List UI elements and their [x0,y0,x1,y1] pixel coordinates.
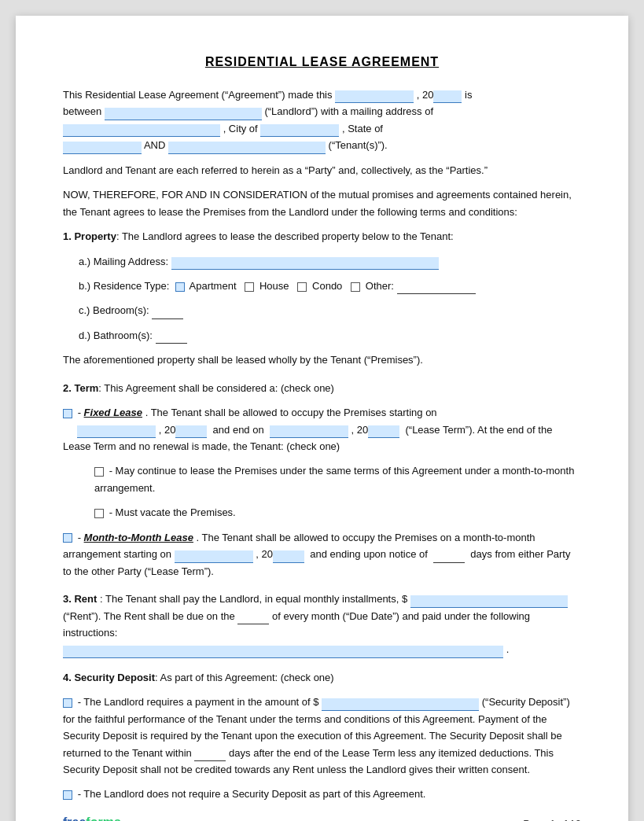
section3-text1: : The Tenant shall pay the Landlord, in … [100,593,407,605]
month-lease-label: Month-to-Month Lease [84,532,193,543]
footer-page-number: Page 1 of 10 [523,818,581,821]
mailing-address-field[interactable] [171,257,439,270]
section3-heading: 3. Rent [63,593,97,605]
consideration-text: NOW, THEREFORE, FOR AND IN CONSIDERATION… [63,186,581,220]
section4-heading-line: 4. Security Deposit: As part of this Agr… [63,669,581,686]
city-field[interactable] [260,124,339,137]
section1-closing: The aforementioned property shall be lea… [63,352,581,368]
intro-line1-mid: , 20 [417,89,434,101]
month-start-date-field[interactable] [175,550,253,563]
month-date-post: and ending upon notice of [310,548,428,560]
document-title: RESIDENTIAL LEASE AGREEMENT [63,55,581,69]
section-2-term: 2. Term: This Agreement shall be conside… [63,380,581,580]
intro-line1-pre: This Residential Lease Agreement (“Agree… [63,89,333,101]
document-footer: freeforms Page 1 of 10 [63,815,581,821]
intro-paragraph: This Residential Lease Agreement (“Agree… [63,87,581,154]
month-checkbox[interactable] [63,533,72,543]
landlord-name-field[interactable] [105,108,262,120]
intro-line3-city: , City of [223,123,258,134]
security-deposit-required-checkbox[interactable] [63,698,72,708]
intro-line4-post: (“Tenant(s)”). [329,139,388,151]
parties-text: Landlord and Tenant are each referred to… [63,162,581,179]
section1-heading: 1. Property [63,230,116,242]
other-checkbox[interactable] [351,282,360,292]
section1-items: a.) Mailing Address: b.) Residence Type:… [79,253,581,344]
month-start-year-field[interactable] [273,550,304,563]
section1-item-b: b.) Residence Type: Apartment House Cond… [79,278,581,294]
state-field[interactable] [63,142,142,154]
other-type-field[interactable] [397,282,476,294]
fixed-start-date-field[interactable] [77,425,156,438]
section2-fixed-opt1: - May continue to lease the Premises und… [94,462,581,496]
tenant-name-field[interactable] [168,142,326,154]
fixed-date2-mid: , 20 [351,424,369,436]
other-label: Other: [366,280,394,292]
apartment-label: Apartment [190,280,237,292]
bathrooms-field[interactable] [156,331,187,344]
brand-free: free [63,815,86,821]
rent-amount-field[interactable] [410,595,568,608]
section1-intro: : The Landlord agrees to lease the descr… [116,230,454,242]
bedrooms-field[interactable] [152,307,183,319]
section4-opt2-text: - The Landlord does not require a Securi… [78,788,426,800]
footer-brand: freeforms [63,815,121,821]
section4-heading: 4. Security Deposit [63,672,155,683]
no-security-deposit-checkbox[interactable] [63,790,72,800]
condo-checkbox[interactable] [297,282,307,292]
apartment-checkbox[interactable] [175,282,185,292]
section-1-property: 1. Property: The Landlord agrees to leas… [63,228,581,369]
fixed-date1-post: and end on [213,424,264,436]
fixed-start-year-field[interactable] [175,425,207,438]
condo-label: Condo [312,280,342,292]
section4-opt1-pre: - The Landlord requires a payment in the… [78,696,319,708]
continue-lease-text: - May continue to lease the Premises und… [94,465,574,493]
intro-line4-and: AND [144,139,165,151]
section-3-rent: 3. Rent : The Tenant shall pay the Landl… [63,591,581,658]
house-checkbox[interactable] [245,282,254,292]
section2-heading-line: 2. Term: This Agreement shall be conside… [63,380,581,396]
fixed-lease-label: Fixed Lease [84,407,142,418]
brand-forms: forms [86,815,120,821]
payment-instructions-field[interactable] [63,646,503,658]
vacate-checkbox[interactable] [94,509,104,518]
section4-option1: - The Landlord requires a payment in the… [63,694,581,778]
section3-text2: (“Rent”). The Rent shall be due on the [63,610,235,622]
fixed-end-year-field[interactable] [368,425,399,438]
section2-fixed-lease-block: - Fixed Lease . The Tenant shall be allo… [63,404,581,455]
section1-c-label: c.) Bedroom(s): [79,304,149,316]
intro-line3-post: , State of [342,123,383,134]
intro-line2-pre: between [63,105,101,117]
section1-b-label: b.) Residence Type: [79,280,169,292]
fixed-lease-checkbox[interactable] [63,409,72,418]
continue-lease-checkbox[interactable] [94,467,104,477]
month-days-field[interactable] [433,550,465,563]
fixed-date1-mid: , 20 [159,424,176,436]
section2-intro: : This Agreement shall be considered a: … [98,382,334,394]
address-field[interactable] [63,124,220,137]
section4-intro: : As part of this Agreement: (check one) [155,672,334,683]
section2-month-block: - Month-to-Month Lease . The Tenant shal… [63,529,581,580]
due-date-field[interactable] [237,612,269,624]
security-deposit-days-field[interactable] [194,749,226,761]
fixed-pre: - [78,407,84,418]
section4-option2: - The Landlord does not require a Securi… [63,786,581,802]
intro-line1-post: is [465,89,472,101]
section3-text4: . [506,643,510,655]
section1-a-label: a.) Mailing Address: [79,256,168,267]
document-page: RESIDENTIAL LEASE AGREEMENT This Residen… [16,16,628,821]
section2-heading: 2. Term [63,382,98,394]
month-date-mid: , 20 [256,548,273,560]
agreement-date-field[interactable] [335,90,414,103]
section1-item-d: d.) Bathroom(s): [79,327,581,344]
fixed-text: . The Tenant shall be allowed to occupy … [145,407,437,418]
month-pre: - [78,532,84,543]
house-label: House [259,280,289,292]
vacate-text: - Must vacate the Premises. [109,506,236,518]
section2-fixed-options: - May continue to lease the Premises und… [94,462,581,521]
year-field[interactable] [433,90,462,103]
section3-text: 3. Rent : The Tenant shall pay the Landl… [63,591,581,658]
fixed-end-date-field[interactable] [270,425,348,438]
section-4-security-deposit: 4. Security Deposit: As part of this Agr… [63,669,581,803]
intro-line2-mid: (“Landlord”) with a mailing address of [264,105,433,117]
security-deposit-amount-field[interactable] [322,698,479,711]
